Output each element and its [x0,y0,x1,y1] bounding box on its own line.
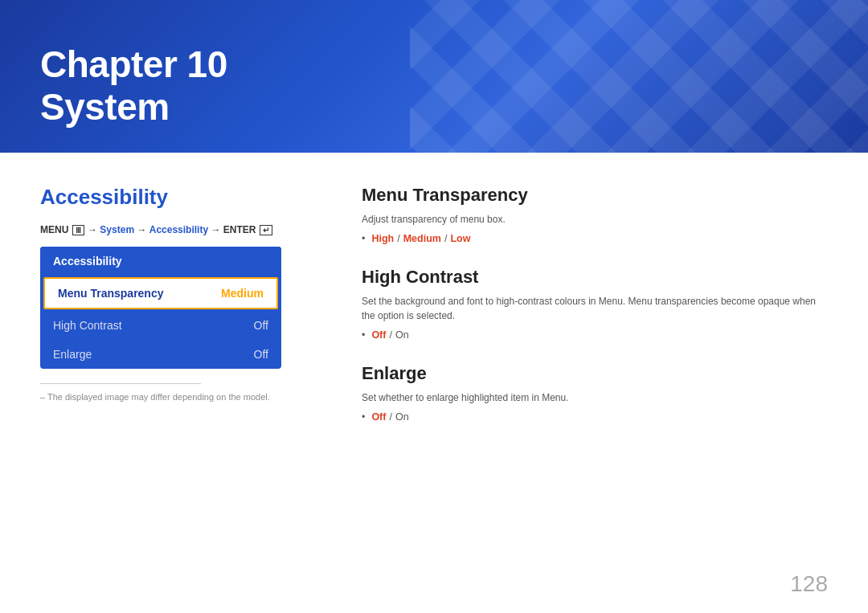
feature-title-high-contrast: High Contrast [362,267,828,288]
option-label: Medium [403,233,441,244]
option-label: / [444,233,447,244]
page-number: 128 [790,571,828,597]
menu-item-value: Off [254,348,268,361]
menu-item-value: Medium [221,287,264,300]
option-label: / [389,411,391,423]
feature-section-menu-transparency: Menu TransparencyAdjust transparency of … [362,185,828,244]
option-label: Off [371,411,386,423]
feature-section-enlarge: EnlargeSet whether to enlarge highlighte… [362,363,828,423]
menu-items-container: Menu TransparencyMediumHigh ContrastOffE… [40,277,281,369]
menu-item-value: Off [254,319,268,332]
page-header: Chapter 10 System [0,0,868,153]
option-label: On [395,329,409,341]
option-label: Low [450,233,470,244]
right-column: Menu TransparencyAdjust transparency of … [362,185,828,445]
feature-options-high-contrast: Off / On [362,329,828,341]
section-title: Accessibility [40,185,313,210]
accessibility-path: Accessibility [149,224,208,235]
menu-label: MENU Ⅲ [40,224,85,235]
divider [40,383,201,384]
option-label: Off [371,329,386,341]
feature-section-high-contrast: High ContrastSet the background and font… [362,267,828,341]
menu-item-label: Menu Transparency [58,287,164,300]
option-label: High [371,233,394,244]
features-container: Menu TransparencyAdjust transparency of … [362,185,828,423]
main-content: Accessibility MENU Ⅲ → System → Accessib… [0,153,868,469]
disclaimer: – The displayed image may differ dependi… [40,392,313,402]
menu-item-label: High Contrast [53,319,122,332]
option-label: On [395,411,409,423]
feature-title-enlarge: Enlarge [362,363,828,384]
system-path: System [100,224,134,235]
enter-label: ENTER ↵ [223,224,273,235]
menu-item-high-contrast[interactable]: High ContrastOff [40,311,281,340]
menu-item-menu-transparency[interactable]: Menu TransparencyMedium [43,277,278,309]
feature-desc-menu-transparency: Adjust transparency of menu box. [362,212,828,227]
accessibility-menu-panel: Accessibility Menu TransparencyMediumHig… [40,247,281,369]
feature-options-enlarge: Off / On [362,411,828,423]
enter-icon: ↵ [260,225,272,235]
chapter-title: Chapter 10 [40,43,227,86]
feature-title-menu-transparency: Menu Transparency [362,185,828,206]
system-title: System [40,86,227,129]
menu-panel-header: Accessibility [40,247,281,276]
menu-item-label: Enlarge [53,348,92,361]
feature-desc-high-contrast: Set the background and font to high-cont… [362,294,828,323]
feature-desc-enlarge: Set whether to enlarge highlighted item … [362,390,828,405]
option-label: / [389,329,391,341]
feature-options-menu-transparency: High / Medium / Low [362,233,828,244]
menu-path: MENU Ⅲ → System → Accessibility → ENTER … [40,224,313,235]
header-title-block: Chapter 10 System [40,43,227,129]
option-label: / [397,233,399,244]
left-column: Accessibility MENU Ⅲ → System → Accessib… [40,185,313,445]
menu-item-enlarge[interactable]: EnlargeOff [40,340,281,369]
menu-icon: Ⅲ [72,225,84,235]
